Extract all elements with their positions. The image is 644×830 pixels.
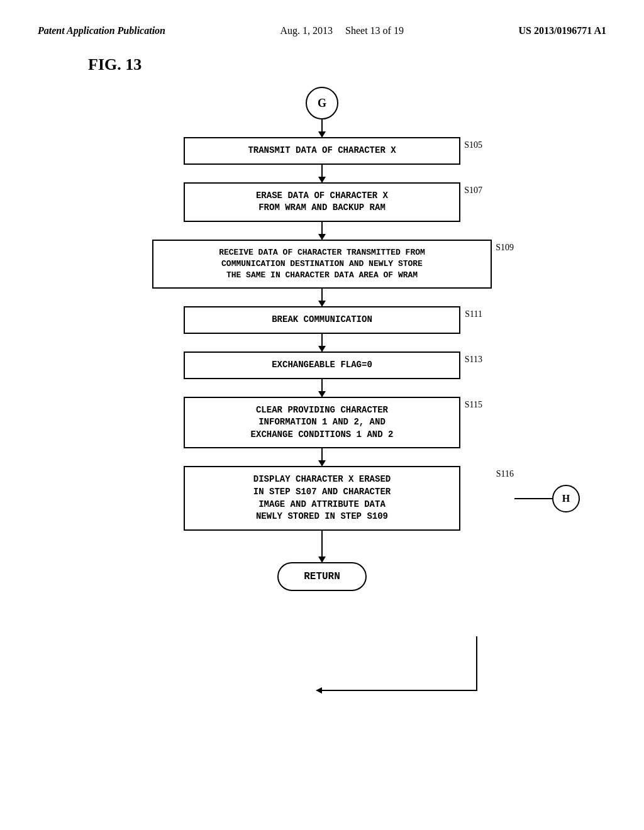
figure-label: FIG. 13 [88, 55, 606, 74]
step-s109-label: S109 [496, 243, 514, 253]
step-s109-container: RECEIVE DATA OF CHARACTER TRANSMITTED FR… [133, 240, 511, 289]
step-s113-container: EXCHANGEABLE FLAG=0 S113 [165, 351, 479, 379]
step-s111-container: BREAK COMMUNICATION S111 [165, 306, 479, 334]
sheet-info: Sheet 13 of 19 [345, 25, 404, 36]
page-header: Patent Application Publication Aug. 1, 2… [38, 25, 606, 36]
arrow-2 [321, 165, 323, 182]
step-s115-box: CLEAR PROVIDING CHARACTER INFORMATION 1 … [184, 397, 460, 449]
step-s107-container: ERASE DATA OF CHARACTER X FROM WRAM AND … [165, 182, 479, 222]
step-s116-label: S116 [496, 469, 514, 479]
connector-h: H [552, 485, 580, 512]
publication-title: Patent Application Publication [38, 25, 165, 36]
arrow-6 [321, 379, 323, 397]
return-container: RETURN [165, 562, 479, 591]
h-line [514, 498, 552, 499]
step-s105-box: TRANSMIT DATA OF CHARACTER X [184, 137, 460, 165]
arrow-7 [321, 448, 323, 466]
h-return-path [322, 636, 477, 690]
step-s105-container: TRANSMIT DATA OF CHARACTER X S105 [165, 137, 479, 165]
step-s105-label: S105 [464, 140, 482, 150]
step-s116-container: DISPLAY CHARACTER X ERASED IN STEP S107 … [133, 466, 511, 530]
step-s107-box: ERASE DATA OF CHARACTER X FROM WRAM AND … [184, 182, 460, 222]
patent-page: Patent Application Publication Aug. 1, 2… [0, 0, 644, 830]
return-box: RETURN [277, 562, 367, 591]
step-s116-box: DISPLAY CHARACTER X ERASED IN STEP S107 … [184, 466, 460, 530]
arrow-8 [321, 531, 323, 562]
patent-number: US 2013/0196771 A1 [518, 25, 606, 36]
step-s113-label: S113 [465, 355, 482, 365]
step-s107-label: S107 [464, 185, 482, 196]
connector-g: G [306, 87, 338, 119]
step-s113-box: EXCHANGEABLE FLAG=0 [184, 351, 460, 379]
h-connector-line: H [514, 485, 580, 512]
connector-g-container: G [306, 87, 338, 119]
step-s109-box: RECEIVE DATA OF CHARACTER TRANSMITTED FR… [152, 240, 492, 289]
step-s111-label: S111 [465, 309, 482, 319]
h-return-arrowhead [316, 687, 322, 694]
flowchart: G TRANSMIT DATA OF CHARACTER X S105 ERAS… [38, 87, 606, 591]
arrow-1 [321, 119, 323, 137]
publication-date-sheet: Aug. 1, 2013 Sheet 13 of 19 [280, 25, 403, 36]
arrow-4 [321, 289, 323, 306]
step-s115-label: S115 [465, 400, 482, 410]
publication-date: Aug. 1, 2013 [280, 25, 333, 36]
step-s111-box: BREAK COMMUNICATION [184, 306, 460, 334]
arrow-5 [321, 334, 323, 351]
step-s115-container: CLEAR PROVIDING CHARACTER INFORMATION 1 … [165, 397, 479, 449]
arrow-3 [321, 222, 323, 240]
